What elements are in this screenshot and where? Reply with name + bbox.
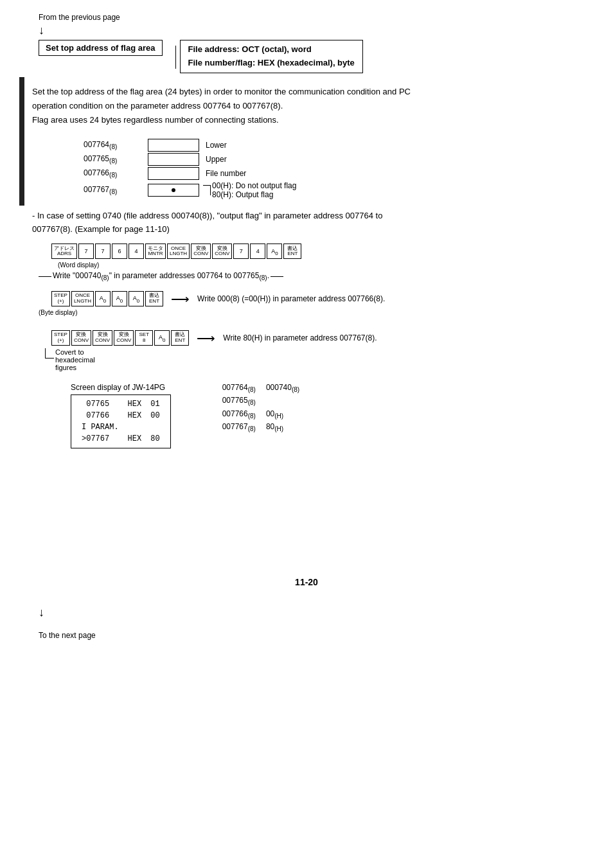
- arrow-down-bottom: ↓: [39, 607, 594, 618]
- word-write-note: Write "000740(8)" in parameter addresses…: [53, 271, 269, 281]
- addr-row-1: 007765(8) Upper: [84, 153, 594, 166]
- addr-label-1: Upper: [206, 155, 227, 164]
- rt-addr-2: 007766(8): [222, 409, 256, 420]
- key-lngth: ONCELNGTH: [167, 244, 190, 259]
- addr-label-2: File number: [206, 169, 246, 178]
- to-next-label: To the next page: [39, 631, 594, 640]
- key-a0: A0: [267, 244, 282, 259]
- page-number: 11-20: [19, 577, 594, 587]
- key-ent: 書込ENT: [283, 244, 301, 259]
- screen-cell-21: [124, 422, 146, 432]
- left-bar: [19, 77, 24, 206]
- screen-cell-02: 01: [147, 399, 163, 409]
- arrow-down-icon: ↓: [39, 24, 594, 36]
- rt-val-2: 00(H): [266, 409, 299, 420]
- key-once-lngth2: ONCELNGTH: [71, 291, 94, 306]
- rt-val-0: 000740(8): [266, 383, 299, 393]
- screen-table: 07765 HEX 01 07766 HEX 00 I PARAM.: [76, 398, 165, 445]
- screen-row-0: 07765 HEX 01: [78, 399, 164, 409]
- key-conv2: 変換CONV: [212, 244, 232, 259]
- key-4a: 4: [129, 244, 144, 259]
- file-addr-line2: File number/flag: HEX (hexadecimal), byt…: [188, 57, 355, 70]
- addr-1: 007765(8): [84, 154, 148, 164]
- key-a0-4: A0: [129, 291, 144, 306]
- hex-write-note: Write 80(H) in parameter address 007767(…: [223, 333, 377, 342]
- key-step-plus2: STEP(+): [51, 330, 70, 346]
- example-line1: - In case of setting 0740 (file address …: [32, 209, 594, 223]
- screen-cell-12: 00: [147, 411, 163, 421]
- key-set8: SET8: [135, 330, 153, 346]
- screen-title: Screen display of JW-14PG: [71, 383, 171, 392]
- key-a0-5: A0: [154, 330, 170, 346]
- from-prev-label: From the previous page: [39, 13, 594, 22]
- key-a0-2: A0: [95, 291, 111, 306]
- addr-row-3: 007767(8) 00(H): Do not output flag 80(H…: [84, 181, 594, 199]
- key-conv3: 変換CONV: [71, 330, 91, 346]
- example-line2: 007767(8). (Example for page 11-10): [32, 223, 594, 236]
- right-addr-table: 007764(8) 000740(8) 007765(8) 007766(8) …: [222, 383, 300, 433]
- screen-display-section: Screen display of JW-14PG 07765 HEX 01 0…: [71, 383, 594, 448]
- word-display-label: (Word display): [58, 261, 594, 269]
- arrow-right-1: ⟶: [171, 291, 190, 306]
- hex-display-row: STEP(+) 変換CONV 変換CONV 変換CONV SET8 A0 書込E…: [51, 330, 594, 346]
- key-6: 6: [112, 244, 127, 259]
- file-addr-box: File address: OCT (octal), word File num…: [180, 40, 363, 73]
- key-7a: 7: [78, 244, 94, 259]
- desc-line3: Flag area uses 24 bytes regardless numbe…: [32, 113, 594, 127]
- rt-addr-1: 007765(8): [222, 396, 256, 406]
- rt-val-3: 80(H): [266, 422, 299, 432]
- key-step-plus: STEP(+): [51, 291, 70, 306]
- screen-cell-22: [147, 422, 163, 432]
- addr-2: 007766(8): [84, 168, 148, 179]
- desc-line1: Set the top address of the flag area (24…: [32, 85, 594, 99]
- flag-note-1: 00(H): Do not output flag: [212, 181, 296, 190]
- word-display-row: アドレスADRS 7 7 6 4 モニタMNTR ONCELNGTH 変換CON…: [51, 244, 594, 259]
- addr-row-0: 007764(8) Lower: [84, 139, 594, 152]
- key-7b: 7: [95, 244, 111, 259]
- screen-row-2: I PARAM.: [78, 422, 164, 432]
- flag-note-2: 80(H): Output flag: [212, 190, 296, 199]
- addr-row-2: 007766(8) File number: [84, 167, 594, 180]
- key-adrs: アドレスADRS: [51, 244, 77, 259]
- screen-cell-00: 07765: [78, 399, 123, 409]
- key-ent2: 書込ENT: [145, 291, 163, 306]
- rt-addr-0: 007764(8): [222, 383, 256, 393]
- desc-line2: operation condition on the parameter add…: [32, 99, 594, 113]
- byte-write-note: Write 000(8) (=00(H)) in parameter addre…: [197, 294, 385, 303]
- screen-cell-01: HEX: [124, 399, 146, 409]
- key-a0-3: A0: [112, 291, 127, 306]
- key-conv1: 変換CONV: [191, 244, 211, 259]
- screen-cell-30: >07767: [78, 434, 123, 444]
- screen-row-3: >07767 HEX 80: [78, 434, 164, 444]
- key-conv5: 変換CONV: [114, 330, 134, 346]
- screen-cell-10: 07766: [78, 411, 123, 421]
- file-addr-line1: File address: OCT (octal), word: [188, 43, 355, 57]
- key-conv4: 変換CONV: [93, 330, 112, 346]
- byte-display-label: (Byte display): [39, 309, 594, 316]
- screen-cell-32: 80: [147, 434, 163, 444]
- addr-label-0: Lower: [206, 141, 227, 150]
- screen-cell-20: I PARAM.: [78, 422, 123, 432]
- addr-3: 007767(8): [84, 185, 148, 195]
- key-mntr: モニタMNTR: [145, 244, 166, 259]
- rt-addr-3: 007767(8): [222, 422, 256, 432]
- byte-display-row: STEP(+) ONCELNGTH A0 A0 A0 書込ENT ⟶ Write…: [51, 291, 594, 306]
- key-ent3: 書込ENT: [171, 330, 189, 346]
- flag-area-box: Set top address of flag area: [39, 40, 163, 56]
- screen-cell-31: HEX: [124, 434, 146, 444]
- key-4b: 4: [250, 244, 265, 259]
- arrow-right-2: ⟶: [197, 330, 215, 346]
- key-7c: 7: [233, 244, 249, 259]
- example-block: - In case of setting 0740 (file address …: [32, 209, 594, 236]
- description-block: Set the top address of the flag area (24…: [32, 85, 594, 127]
- screen-row-1: 07766 HEX 00: [78, 411, 164, 421]
- convert-note: Covert tohexadecimalfigures: [45, 348, 594, 371]
- addr-0: 007764(8): [84, 140, 148, 150]
- screen-cell-11: HEX: [124, 411, 146, 421]
- convert-text: Covert tohexadecimalfigures: [55, 348, 95, 371]
